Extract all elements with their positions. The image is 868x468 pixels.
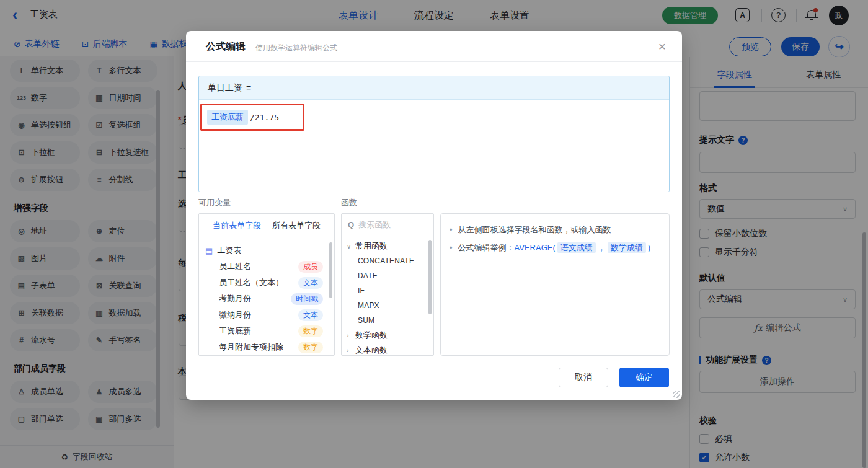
function-group-label: 文本函数 [355, 345, 388, 356]
app-screen: ‹ 工资表 表单设计 流程设定 表单设置 数据管理 A ? 政 ⊘ 表单外链 ⊡… [0, 0, 868, 468]
variable-type-tag: 文本 [298, 277, 323, 289]
variable-type-tag: 时间戳 [291, 293, 323, 305]
function-item-mapx[interactable]: MAPX [347, 298, 430, 313]
example-field-chip: 语文成绩 [557, 242, 596, 253]
function-group-text[interactable]: › 文本函数 [347, 343, 430, 356]
form-doc-icon: ▤ [205, 246, 213, 255]
variable-name: 每月附加专项扣除 [219, 342, 283, 353]
search-icon: Q [348, 220, 354, 229]
help-example: 公式编辑举例：AVERAGE(语文成绩，数学成绩) [458, 242, 651, 254]
function-group-math[interactable]: › 数学函数 [347, 328, 430, 343]
variable-type-tag: 数字 [298, 342, 323, 353]
variables-tabs: 当前表单字段 所有表单字段 [199, 214, 334, 237]
formula-editor: 单日工资 = 工资底薪 /21.75 [198, 76, 670, 192]
variables-root[interactable]: ▤ 工资表 [205, 242, 329, 258]
function-item-date[interactable]: DATE [347, 268, 430, 283]
formula-editor-modal: 公式编辑 使用数学运算符编辑公式 × 单日工资 = 工资底薪 /21.75 可用… [186, 31, 682, 400]
help-line-2: • 公式编辑举例：AVERAGE(语文成绩，数学成绩) [450, 242, 660, 254]
variable-type-tag: 文本 [298, 309, 323, 321]
variable-item[interactable]: 缴纳月份 文本 [205, 307, 329, 323]
modal-subtitle: 使用数学运算符编辑公式 [255, 43, 337, 53]
chevron-closed-icon: › [347, 347, 352, 354]
variables-label: 可用变量 [198, 197, 231, 208]
variable-type-tag: 数字 [298, 325, 323, 337]
formula-input-area[interactable]: 工资底薪 /21.75 [199, 100, 669, 192]
variables-tree: ▤ 工资表 员工姓名 成员 员工姓名（文本） 文本 考勤月份 时间戳 缴纳月份 [199, 237, 334, 355]
variable-type-tag: 成员 [298, 261, 323, 273]
variable-item[interactable]: 考勤月份 时间戳 [205, 291, 329, 307]
function-search: Q [342, 214, 433, 236]
variable-item[interactable]: 每月附加专项扣除 数字 [205, 339, 329, 355]
modal-title: 公式编辑 [206, 40, 246, 53]
function-search-input[interactable] [358, 220, 417, 229]
variables-scrollbar[interactable] [329, 242, 332, 298]
functions-tree: ∨ 常用函数 CONCATENATE DATE IF MAPX SUM › 数学… [342, 236, 433, 356]
formula-help-panel: • 从左侧面板选择字段名和函数，或输入函数 • 公式编辑举例：AVERAGE(语… [440, 213, 670, 356]
variable-item[interactable]: 工资底薪 数字 [205, 323, 329, 339]
variable-item[interactable]: 员工姓名 成员 [205, 258, 329, 275]
help-example-prefix: 公式编辑举例： [458, 243, 515, 252]
confirm-button[interactable]: 确定 [619, 368, 669, 387]
variable-name: 工资底薪 [219, 325, 251, 337]
variable-item[interactable]: 员工姓名（文本） 文本 [205, 275, 329, 291]
functions-panel: Q ∨ 常用函数 CONCATENATE DATE IF MAPX SUM › … [341, 213, 434, 356]
functions-label: 函数 [341, 197, 357, 208]
help-line-1: • 从左侧面板选择字段名和函数，或输入函数 [450, 224, 660, 236]
variable-name: 考勤月份 [219, 293, 251, 304]
bullet-icon: • [450, 242, 453, 254]
formula-target: 单日工资 [208, 82, 242, 94]
variable-name: 缴纳月份 [219, 309, 251, 320]
chevron-open-icon: ∨ [347, 243, 352, 250]
variables-root-label: 工资表 [217, 245, 241, 256]
formula-highlight-box [200, 104, 304, 131]
chevron-closed-icon: › [347, 332, 352, 339]
formula-target-row: 单日工资 = [199, 76, 669, 100]
example-field-chip: 数学成绩 [608, 242, 646, 253]
functions-scrollbar[interactable] [428, 240, 432, 314]
tab-all-form-fields[interactable]: 所有表单字段 [272, 220, 321, 231]
formula-equals: = [246, 83, 251, 93]
help-text: 从左侧面板选择字段名和函数，或输入函数 [458, 224, 611, 236]
variables-panel: 当前表单字段 所有表单字段 ▤ 工资表 员工姓名 成员 员工姓名（文本） 文本 … [198, 213, 335, 356]
help-example-close: ) [648, 243, 650, 252]
function-item-if[interactable]: IF [347, 283, 430, 298]
function-group-common[interactable]: ∨ 常用函数 [347, 239, 430, 254]
function-item-concatenate[interactable]: CONCATENATE [347, 254, 430, 268]
tab-current-form-fields[interactable]: 当前表单字段 [213, 220, 261, 231]
function-item-sum[interactable]: SUM [347, 313, 430, 328]
cancel-button[interactable]: 取消 [559, 368, 608, 387]
help-example-fn: AVERAGE( [515, 243, 556, 252]
variable-name: 员工姓名 [219, 261, 251, 272]
resize-handle[interactable] [673, 391, 680, 398]
function-group-label: 数学函数 [355, 330, 388, 341]
bullet-icon: • [450, 224, 453, 236]
variable-name: 员工姓名（文本） [219, 277, 283, 288]
close-icon[interactable]: × [658, 39, 666, 54]
function-group-label: 常用函数 [355, 241, 388, 252]
help-example-comma: ， [598, 243, 606, 252]
modal-header: 公式编辑 使用数学运算符编辑公式 × [186, 31, 682, 62]
